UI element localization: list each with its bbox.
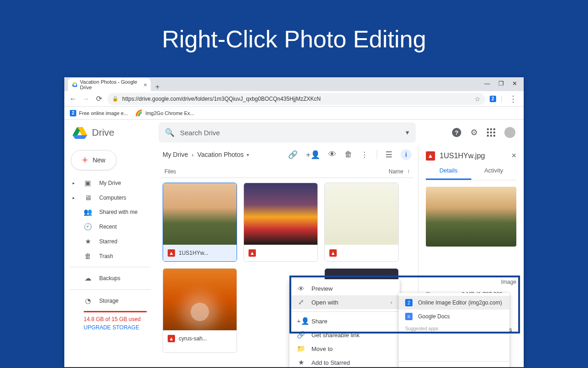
file-card[interactable]: ▲1US1HYw... (163, 183, 237, 262)
sidebar-item-backups[interactable]: ☁Backups (64, 271, 156, 286)
tab-details[interactable]: Details (426, 167, 471, 180)
reload-button[interactable]: ⟳ (95, 94, 103, 103)
file-name: cyrus-sah... (179, 335, 207, 342)
cm-share[interactable]: +👤Share (289, 314, 400, 328)
lock-icon: 🔒 (112, 96, 119, 102)
svg-rect-10 (493, 128, 495, 130)
file-card[interactable]: ▲cyrus-sah... (163, 268, 237, 353)
tab-activity[interactable]: Activity (471, 167, 517, 180)
search-options-icon[interactable]: ▾ (406, 128, 409, 137)
people-icon: 👥 (84, 208, 92, 216)
cm-add-starred[interactable]: ★Add to Starred (289, 356, 400, 367)
arrow-up-icon[interactable]: ↑ (407, 168, 410, 175)
extension-icon[interactable]: 2 (490, 96, 496, 102)
sm-google-docs[interactable]: ≡Google Docs (399, 310, 509, 323)
divider (70, 289, 151, 290)
img2go-icon: 2 (405, 299, 413, 306)
divider (377, 150, 377, 159)
more-icon[interactable]: ⋮ (361, 150, 368, 160)
sidebar-item-storage[interactable]: ◔Storage (64, 293, 156, 308)
sidebar-item-trash[interactable]: 🗑Trash (64, 249, 156, 263)
sort-label[interactable]: Name (389, 168, 403, 175)
svg-rect-16 (493, 135, 495, 137)
svg-rect-14 (487, 135, 489, 137)
bookmark-item[interactable]: 2 Free online image e... (70, 110, 128, 116)
close-icon[interactable]: × (511, 151, 516, 161)
eye-icon: 👁 (297, 285, 305, 293)
sidebar-item-starred[interactable]: ★Starred (64, 234, 156, 249)
storage-bar (84, 311, 148, 312)
content-area: My Drive › Vacation Photos▾ 🔗 +👤 👁 🗑 ⋮ ☰… (156, 145, 524, 367)
new-tab-button[interactable]: + (151, 83, 164, 91)
sidebar: + New ▸▣My Drive ▸🖥Computers 👥Shared wit… (64, 145, 156, 367)
cloud-outline-icon: ◔ (84, 297, 92, 305)
sidebar-label: Computers (99, 195, 126, 201)
apps-grid-icon[interactable] (487, 128, 495, 137)
settings-icon[interactable]: ⚙ (470, 127, 478, 138)
link-icon[interactable]: 🔗 (288, 150, 298, 160)
svg-rect-12 (490, 132, 492, 133)
list-view-icon[interactable]: ☰ (385, 150, 392, 160)
breadcrumb-root[interactable]: My Drive (163, 151, 188, 158)
cloud-icon: ☁ (84, 274, 92, 282)
address-bar[interactable]: 🔒 https://drive.google.com/drive/folders… (107, 93, 485, 105)
svg-marker-2 (76, 82, 78, 86)
svg-marker-4 (72, 86, 77, 87)
drive-logo[interactable]: Drive (73, 126, 153, 139)
gdocs-icon: ≡ (405, 313, 413, 320)
file-card[interactable]: ▲ (243, 183, 318, 262)
account-avatar[interactable] (504, 127, 515, 138)
cm-preview[interactable]: 👁Preview (289, 282, 400, 295)
new-label: New (92, 156, 105, 164)
browser-titlebar: Vacation Photos - Google Drive × + — ❐ ✕ (64, 77, 524, 91)
upgrade-storage-link[interactable]: UPGRADE STORAGE (84, 324, 148, 331)
divider (70, 267, 151, 267)
sm-connect-apps[interactable]: +Connect more apps (399, 364, 509, 367)
cm-shareable-link[interactable]: 🔗Get shareable link (289, 328, 400, 342)
svg-rect-15 (490, 135, 492, 137)
star-icon[interactable]: ☆ (475, 95, 481, 103)
sm-img2go[interactable]: 2Online Image Editor (img2go.com) (399, 296, 509, 310)
bookmark-icon: 2 (70, 110, 76, 116)
browser-tab[interactable]: Vacation Photos - Google Drive × (68, 78, 151, 91)
star-icon: ★ (297, 358, 305, 367)
help-icon[interactable]: ? (452, 128, 461, 137)
back-button[interactable]: ← (69, 95, 77, 103)
file-thumbnail (163, 183, 237, 245)
cm-move-to[interactable]: 📁Move to (289, 342, 400, 356)
search-placeholder: Search Drive (180, 129, 220, 137)
forward-button[interactable]: → (82, 95, 90, 103)
tab-title: Vacation Photos - Google Drive (80, 79, 141, 90)
breadcrumb-current[interactable]: Vacation Photos▾ (198, 151, 249, 158)
window-close-icon[interactable]: ✕ (512, 80, 517, 87)
add-person-icon[interactable]: +👤 (306, 150, 320, 160)
tab-close-icon[interactable]: × (143, 81, 147, 88)
trash-icon: 🗑 (84, 252, 92, 260)
svg-marker-3 (72, 82, 74, 86)
sidebar-item-my-drive[interactable]: ▸▣My Drive (64, 176, 156, 190)
hero-title: Right-Click Photo Editing (0, 0, 588, 67)
cm-open-with[interactable]: ⤢Open with› (289, 295, 400, 309)
new-button[interactable]: + New (71, 150, 117, 170)
divider (289, 311, 400, 312)
browser-menu-button[interactable]: ⋮ (507, 94, 519, 104)
sidebar-item-computers[interactable]: ▸🖥Computers (64, 190, 156, 205)
window-minimize-icon[interactable]: — (484, 80, 490, 87)
delete-icon[interactable]: 🗑 (345, 150, 352, 159)
file-card[interactable]: ▲ (324, 183, 399, 262)
image-icon: ▲ (329, 249, 337, 257)
eye-icon[interactable]: 👁 (328, 150, 336, 159)
sidebar-label: Shared with me (99, 209, 137, 215)
window-maximize-icon[interactable]: ❐ (498, 80, 504, 87)
info-icon[interactable]: i (401, 149, 412, 160)
sm-section-label: Suggested apps (399, 323, 509, 332)
sidebar-item-shared[interactable]: 👥Shared with me (64, 205, 156, 219)
sidebar-label: Backups (99, 275, 120, 282)
bookmark-item[interactable]: 🌈 Img2Go Chrome Ex... (135, 109, 194, 116)
image-icon: ▲ (249, 249, 256, 257)
folder-move-icon: 📁 (297, 345, 305, 353)
sidebar-item-recent[interactable]: 🕘Recent (64, 219, 156, 234)
svg-rect-11 (487, 132, 489, 133)
search-input[interactable]: 🔍 Search Drive ▾ (158, 122, 416, 143)
image-icon: ▲ (426, 151, 435, 161)
